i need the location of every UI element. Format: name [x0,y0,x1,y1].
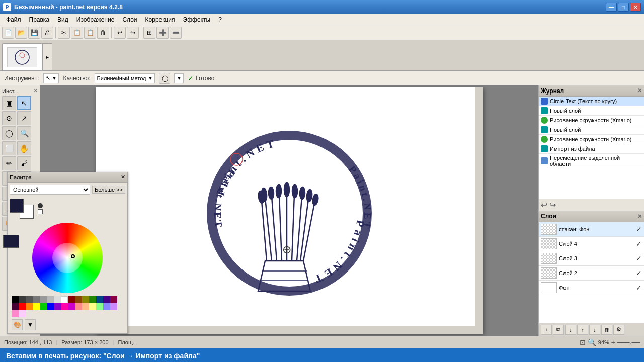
zoom-in-button[interactable]: + [611,338,615,346]
menu-help[interactable]: ? [214,15,226,24]
cut-button[interactable]: ✂ [58,27,70,39]
zoom-out-button[interactable]: 🔍 [588,338,596,346]
delete-layer-button[interactable]: 🗑 [601,325,612,335]
swatch[interactable] [26,303,33,310]
journal-undo-button[interactable]: ↩ [541,200,547,210]
print-button[interactable]: 🖨 [41,27,53,39]
zoom-slider[interactable]: ━━━◦━━ [617,338,640,346]
journal-item[interactable]: Circle Text (Текст по кругу) [539,97,644,106]
tools-panel-close[interactable]: ✕ [33,87,38,94]
tool-zoom[interactable]: 🔍 [17,126,31,140]
tool-rect-draw[interactable]: ⬜ [2,141,16,155]
menu-edit[interactable]: Правка [25,15,54,24]
swatch[interactable] [54,296,61,303]
color-wheel[interactable] [32,223,103,293]
circle-option-selector[interactable]: ▼ [174,73,184,83]
layer-item[interactable]: Слой 2 ✓ [539,266,644,281]
grid-button[interactable]: ⊞ [143,27,155,39]
zoom-fit-button[interactable]: ⊡ [580,338,586,346]
journal-item[interactable]: Рисование окружности (Xmario) [539,116,644,125]
foreground-color[interactable] [3,235,19,248]
swatch[interactable] [82,296,89,303]
swatch[interactable] [68,296,75,303]
journal-item[interactable]: Перемещение выделенной области [539,154,644,168]
menu-image[interactable]: Изображение [72,15,119,24]
swatch[interactable] [75,303,82,310]
swatch[interactable] [33,303,40,310]
layers-close-button[interactable]: ✕ [637,213,642,220]
swatch[interactable] [26,296,33,303]
layer-item[interactable]: Фон ✓ [539,281,644,295]
tool-lasso[interactable]: ⊙ [2,111,16,125]
redo-button[interactable]: ↪ [127,27,139,39]
swatch[interactable] [61,296,68,303]
swatch[interactable] [40,296,47,303]
zoom-out-tb-button[interactable]: ➖ [170,27,182,39]
layer-item[interactable]: Слой 4 ✓ [539,237,644,251]
swatch[interactable] [68,303,75,310]
new-button[interactable]: 📄 [2,27,14,39]
menu-file[interactable]: Файл [2,15,25,24]
swatch[interactable] [19,296,26,303]
swatch[interactable] [54,303,61,310]
swatch[interactable] [110,296,117,303]
merge-layer-button[interactable]: ↓ [565,325,576,335]
open-button[interactable]: 📂 [15,27,27,39]
tool-move[interactable]: ↖ [17,96,31,110]
add-layer-button[interactable]: + [541,325,552,335]
layer-item[interactable]: Слой 3 ✓ [539,251,644,266]
swatch[interactable] [96,303,103,310]
close-button[interactable]: ✕ [630,3,641,12]
maximize-button[interactable]: □ [618,3,629,12]
save-button[interactable]: 💾 [28,27,40,39]
vertical-scrollbar[interactable] [475,87,483,334]
journal-item[interactable]: Рисование окружности (Xmario) [539,135,644,144]
journal-item[interactable]: Новый слой [539,106,644,116]
swatch[interactable] [103,303,110,310]
quality-selector[interactable]: Билинейный метод ▼ [95,73,155,83]
delete-button[interactable]: 🗑 [97,27,109,39]
horizontal-scrollbar[interactable] [96,326,475,334]
reset-colors-button[interactable] [38,209,43,214]
menu-effects[interactable]: Эффекты [179,15,215,24]
swatch[interactable] [89,303,96,310]
palette-close-button[interactable]: ✕ [121,174,125,180]
active-tab[interactable] [2,43,42,70]
duplicate-layer-button[interactable]: ⧉ [553,325,564,335]
swatch[interactable] [110,303,117,310]
tool-brush[interactable]: 🖌 [17,156,31,170]
layer-visibility-check[interactable]: ✓ [636,225,642,233]
swatch[interactable] [89,296,96,303]
swatch[interactable] [12,310,19,317]
swap-colors-button[interactable] [38,203,43,208]
copy-button[interactable]: 📋 [71,27,83,39]
layer-visibility-check[interactable]: ✓ [636,284,642,292]
move-layer-up-button[interactable]: ↑ [577,325,588,335]
circle-option-button[interactable]: ◯ [159,73,170,84]
paste-button[interactable]: 📋 [84,27,96,39]
swatch[interactable] [75,296,82,303]
palette-add-color-button[interactable]: 🎨 [12,319,23,330]
layer-item[interactable]: стакан: Фон ✓ [539,222,644,237]
swatch[interactable] [47,303,54,310]
journal-item[interactable]: Новый слой [539,125,644,135]
swatch[interactable] [40,303,47,310]
swatch[interactable] [33,296,40,303]
swatch[interactable] [103,296,110,303]
tool-rect-select[interactable]: ▣ [2,96,16,110]
journal-close-button[interactable]: ✕ [637,87,642,94]
tool-pencil[interactable]: ✏ [2,156,16,170]
layer-visibility-check[interactable]: ✓ [636,254,642,262]
undo-button[interactable]: ↩ [114,27,126,39]
menu-view[interactable]: Вид [53,15,72,24]
tab-scroll-button[interactable]: ▸ [42,43,52,70]
swatch[interactable] [96,296,103,303]
palette-menu-button[interactable]: ▼ [25,319,36,330]
swatch[interactable] [19,303,26,310]
journal-item[interactable]: Импорт из файла [539,144,644,154]
zoom-in-tb-button[interactable]: ➕ [156,27,169,39]
tool-move2[interactable]: ↗ [17,111,31,125]
layer-visibility-check[interactable]: ✓ [636,240,642,248]
layer-visibility-check[interactable]: ✓ [636,269,642,277]
layer-properties-button[interactable]: ⚙ [613,325,624,335]
